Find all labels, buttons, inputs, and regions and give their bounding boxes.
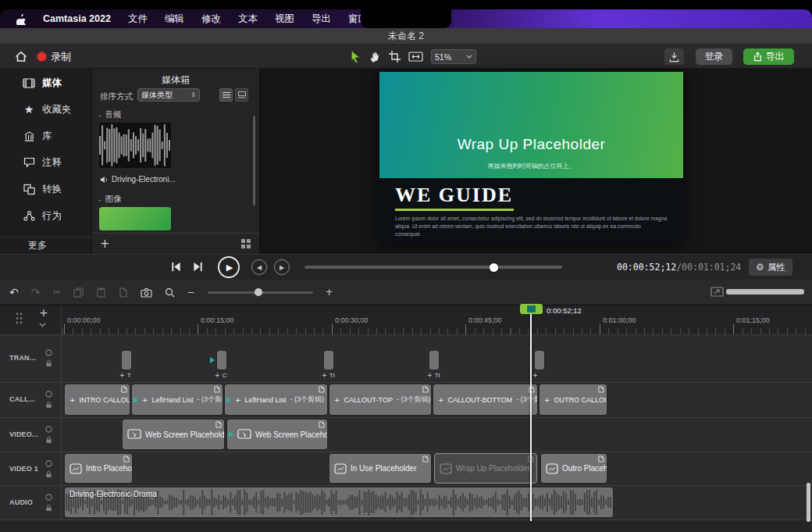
snapshot-camera-button[interactable]: [141, 287, 152, 298]
collapse-tracks-icon[interactable]: [39, 323, 46, 327]
placeholder-clip[interactable]: In Use Placeholder: [329, 453, 432, 484]
list-view-button[interactable]: [219, 88, 233, 102]
audio-thumbnail-waveform[interactable]: [99, 123, 171, 168]
callout-clip[interactable]: + CALLOUT-TOP - (3个剪辑): [329, 384, 432, 416]
video-clip[interactable]: Web Screen Placeholder: [122, 419, 225, 450]
sidebar-more-button[interactable]: 更多: [0, 237, 92, 254]
login-button[interactable]: 登录: [696, 48, 732, 65]
menu-item-text[interactable]: 文本: [238, 12, 258, 26]
add-icon[interactable]: +: [119, 372, 125, 379]
redo-button[interactable]: ↷: [31, 286, 41, 298]
timeline-v-scrollbar[interactable]: [807, 483, 810, 522]
playhead-handle[interactable]: [520, 304, 543, 314]
download-button[interactable]: [664, 48, 684, 65]
placeholder-clip-selected[interactable]: Wrap Up Placeholder: [434, 453, 537, 484]
export-button[interactable]: 导出: [743, 48, 794, 65]
home-button[interactable]: [11, 48, 31, 65]
add-icon[interactable]: +: [532, 372, 538, 379]
transition-clip[interactable]: [216, 350, 227, 370]
pan-hand-tool-icon[interactable]: [369, 51, 381, 63]
add-icon[interactable]: +: [322, 372, 327, 379]
transition-clip[interactable]: [429, 350, 440, 370]
add-track-button[interactable]: +: [39, 306, 48, 319]
scale-to-fit-icon[interactable]: [408, 51, 423, 62]
sidebar-item-behaviors[interactable]: 行为: [0, 204, 92, 227]
sidebar-item-library[interactable]: 库: [0, 124, 92, 148]
previous-frame-button[interactable]: [170, 261, 182, 273]
sidebar-item-favorites[interactable]: ★ 收藏夹: [0, 98, 92, 121]
play-button[interactable]: ▶: [218, 256, 240, 278]
menu-item-file[interactable]: 文件: [128, 12, 148, 26]
track-lock-icon[interactable]: [45, 359, 52, 367]
callout-clip[interactable]: + LeftHand List - (3个剪辑): [224, 384, 328, 416]
transition-clip[interactable]: [121, 350, 132, 370]
track-lock-icon[interactable]: [45, 470, 52, 478]
grid-view-toggle-icon[interactable]: [241, 239, 251, 248]
callout-clip[interactable]: + INTRO CALLOUT: [64, 384, 130, 416]
audio-section-header[interactable]: - 音频: [98, 109, 122, 120]
callout-clip[interactable]: + OUTRO CALLOUT: [539, 384, 607, 416]
image-section-header[interactable]: - 图像: [98, 194, 122, 205]
record-button[interactable]: 录制: [37, 48, 71, 65]
split-button[interactable]: [119, 287, 128, 298]
clip-label: OUTRO CALLOUT: [554, 396, 607, 404]
transition-clip[interactable]: [323, 350, 334, 370]
add-icon[interactable]: +: [215, 372, 220, 379]
track-toggle-icon[interactable]: [45, 494, 52, 501]
paste-button[interactable]: [96, 287, 106, 298]
menu-app-name[interactable]: Camtasia 2022: [43, 13, 111, 24]
track-toggle-icon[interactable]: [45, 460, 52, 467]
zoom-level-select[interactable]: 51%: [431, 49, 476, 64]
placeholder-clip[interactable]: Intro Placeholder: [64, 453, 133, 484]
sidebar-item-annotations[interactable]: 注释: [0, 151, 92, 174]
sidebar-item-transitions[interactable]: 转换: [0, 177, 92, 201]
clip-label: In Use Placeholder: [351, 464, 417, 473]
track-lock-icon[interactable]: [45, 401, 52, 409]
video-clip[interactable]: Web Screen Placeholder: [226, 419, 328, 450]
next-frame-button[interactable]: [192, 261, 204, 273]
track-toggle-icon[interactable]: [45, 349, 52, 356]
menu-item-modify[interactable]: 修改: [201, 12, 221, 26]
media-type-select[interactable]: 媒体类型 ⇕: [137, 88, 200, 102]
timeline-h-scrollbar[interactable]: [726, 289, 804, 295]
seek-slider[interactable]: [304, 266, 562, 269]
apple-icon[interactable]: [16, 13, 26, 25]
detail-view-button[interactable]: [235, 88, 248, 102]
menu-item-export[interactable]: 导出: [312, 12, 331, 26]
zoom-in-button[interactable]: +: [326, 287, 333, 298]
seek-thumb[interactable]: [490, 263, 498, 272]
timeline-ruler[interactable]: 0:00:00;00 0:00:15;00 0:00:30;00 0:00:45…: [61, 305, 812, 334]
track-toggle-icon[interactable]: [45, 391, 52, 398]
properties-button[interactable]: ⚙ 属性: [749, 259, 792, 276]
track-lock-icon[interactable]: [45, 504, 52, 512]
cut-button[interactable]: ✂: [52, 287, 60, 298]
transition-clip[interactable]: [534, 350, 545, 370]
audio-media-item[interactable]: Driving-Electroni...: [100, 175, 176, 184]
add-media-button[interactable]: +: [100, 237, 110, 251]
page-icon: [598, 455, 604, 462]
timeline-zoom-thumb[interactable]: [255, 288, 262, 296]
track-toggle-icon[interactable]: [45, 426, 52, 433]
menu-item-view[interactable]: 视图: [275, 12, 294, 26]
callout-clip[interactable]: + LeftHand List - (3个剪辑): [131, 384, 223, 416]
jump-forward-button[interactable]: ▶: [274, 259, 290, 275]
add-icon[interactable]: +: [427, 372, 433, 379]
copy-button[interactable]: [73, 287, 84, 298]
tools-sidebar: 媒体 ★ 收藏夹 库 注释 转换 行为: [0, 69, 92, 254]
callout-clip[interactable]: + CALLOUT-BOTTOM - (3个剪辑): [433, 384, 538, 416]
zoom-out-button[interactable]: −: [187, 287, 195, 298]
detach-timeline-icon[interactable]: [710, 287, 724, 297]
crop-tool-icon[interactable]: [389, 51, 401, 62]
track-lock-icon[interactable]: [45, 436, 52, 444]
cursor-tool-icon[interactable]: [350, 50, 361, 63]
undo-button[interactable]: ↶: [9, 286, 19, 298]
sidebar-item-media[interactable]: 媒体: [0, 71, 92, 95]
playhead-line[interactable]: [530, 305, 532, 521]
menu-item-edit[interactable]: 编辑: [165, 12, 184, 26]
placeholder-clip[interactable]: Outro Placeholder: [540, 453, 607, 484]
jump-back-button[interactable]: ◀: [251, 259, 267, 275]
preview-canvas[interactable]: Wrap Up Placeholder 将媒体拖到时间轴的占位符上。 WE GU…: [379, 72, 683, 244]
media-bin-scrollbar[interactable]: [253, 116, 255, 205]
timeline-zoom-slider[interactable]: [208, 291, 313, 294]
image-thumbnail[interactable]: [99, 207, 171, 230]
